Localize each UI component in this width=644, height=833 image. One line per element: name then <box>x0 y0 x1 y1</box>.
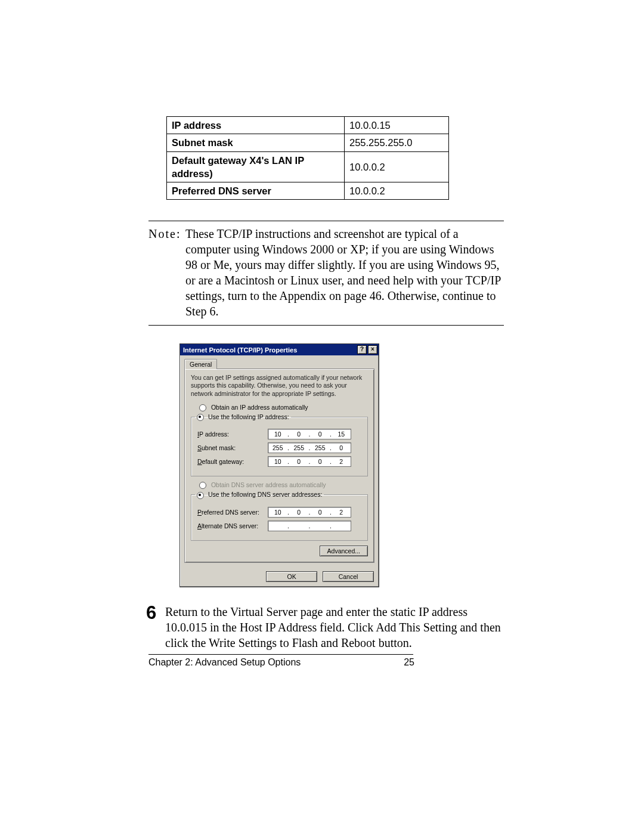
alternate-dns-label: Alternate DNS server: <box>197 522 268 529</box>
radio-icon <box>199 404 206 411</box>
radio-icon <box>197 414 204 421</box>
subnet-mask-label: Subnet mask: <box>197 444 268 451</box>
step-number: 6 <box>146 601 156 625</box>
settings-value: 10.0.0.2 <box>344 182 448 200</box>
ok-button[interactable]: OK <box>266 571 317 582</box>
note-box: Note: These TCP/IP instructions and scre… <box>148 221 504 326</box>
default-gateway-input[interactable]: 10. 0. 0. 2 <box>268 456 351 467</box>
radio-icon <box>197 492 204 499</box>
tab-general[interactable]: General <box>184 359 217 369</box>
radio-obtain-ip[interactable]: Obtain an IP address automatically <box>199 404 368 411</box>
settings-label: Subnet mask <box>167 134 345 151</box>
tab-panel-general: You can get IP settings assigned automat… <box>184 368 374 562</box>
table-row: IP address 10.0.0.15 <box>167 117 449 134</box>
radio-icon <box>199 482 206 489</box>
radio-label: Use the following DNS server addresses: <box>208 491 322 498</box>
step-6: 6 Return to the Virtual Server page and … <box>148 604 504 651</box>
ip-address-input[interactable]: 10. 0. 0. 15 <box>268 429 351 439</box>
radio-label: Obtain an IP address automatically <box>211 404 308 411</box>
cancel-button[interactable]: Cancel <box>323 571 374 582</box>
settings-value: 255.255.255.0 <box>344 134 448 151</box>
alternate-dns-input[interactable]: . . . <box>268 521 351 531</box>
close-button[interactable]: × <box>368 345 377 354</box>
preferred-dns-label: Preferred DNS server: <box>197 509 268 516</box>
ip-address-label: IP address: <box>197 431 268 438</box>
radio-use-ip[interactable]: Use the following IP address: <box>195 413 291 421</box>
dialog-title: Internet Protocol (TCP/IP) Properties <box>183 346 356 354</box>
footer-chapter: Chapter 2: Advanced Setup Options <box>148 657 301 667</box>
dialog-titlebar: Internet Protocol (TCP/IP) Properties ? … <box>180 344 379 355</box>
step-text: Return to the Virtual Server page and en… <box>165 604 504 651</box>
help-button[interactable]: ? <box>357 345 367 354</box>
settings-value: 10.0.0.15 <box>344 117 448 134</box>
table-row: Default gateway X4's LAN IP address) 10.… <box>167 151 449 182</box>
radio-label: Obtain DNS server address automatically <box>211 481 326 488</box>
settings-label: Preferred DNS server <box>167 182 345 200</box>
tcpip-properties-dialog: Internet Protocol (TCP/IP) Properties ? … <box>179 343 379 587</box>
preferred-dns-input[interactable]: 10. 0. 0. 2 <box>268 507 351 518</box>
settings-label: IP address <box>167 117 345 134</box>
settings-label: Default gateway X4's LAN IP address) <box>167 151 345 182</box>
dialog-description: You can get IP settings assigned automat… <box>191 374 368 397</box>
radio-label: Use the following IP address: <box>208 413 289 420</box>
footer-page-number: 25 <box>404 657 414 668</box>
group-use-dns: Use the following DNS server addresses: … <box>191 491 368 540</box>
page-footer: Chapter 2: Advanced Setup Options 25 <box>148 654 413 668</box>
settings-value: 10.0.0.2 <box>344 151 448 182</box>
radio-obtain-dns: Obtain DNS server address automatically <box>199 481 368 489</box>
ip-settings-table: IP address 10.0.0.15 Subnet mask 255.255… <box>166 116 449 200</box>
advanced-button[interactable]: Advanced... <box>320 546 368 556</box>
group-use-ip: Use the following IP address: IP address… <box>191 413 368 476</box>
note-text: These TCP/IP instructions and screenshot… <box>185 226 504 319</box>
default-gateway-label: Default gateway: <box>197 458 268 465</box>
note-label: Note: <box>148 226 185 241</box>
table-row: Preferred DNS server 10.0.0.2 <box>167 182 449 200</box>
subnet-mask-input[interactable]: 255. 255. 255. 0 <box>268 442 351 453</box>
radio-use-dns[interactable]: Use the following DNS server addresses: <box>195 491 324 498</box>
table-row: Subnet mask 255.255.255.0 <box>167 134 449 151</box>
